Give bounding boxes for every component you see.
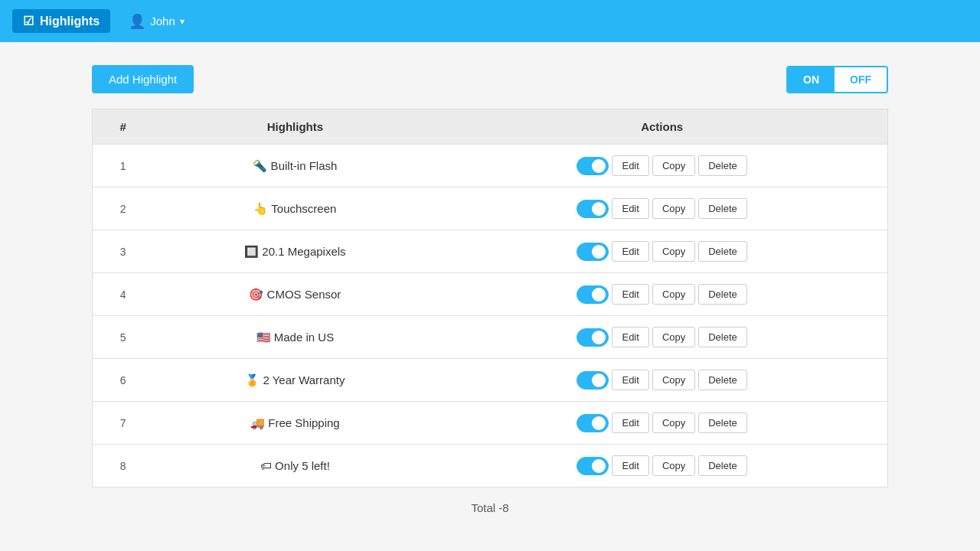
row-actions: EditCopyDelete xyxy=(436,145,887,187)
row-actions: EditCopyDelete xyxy=(436,187,887,230)
toggle-knob xyxy=(592,331,606,344)
table-row: 8🏷 Only 5 left!EditCopyDelete xyxy=(93,445,888,487)
delete-button[interactable]: Delete xyxy=(698,198,747,219)
row-actions: EditCopyDelete xyxy=(436,445,887,487)
edit-button[interactable]: Edit xyxy=(612,284,648,305)
edit-button[interactable]: Edit xyxy=(612,412,648,433)
toggle-switch[interactable] xyxy=(577,243,609,261)
person-icon: 👤 xyxy=(129,13,145,30)
row-number: 8 xyxy=(93,445,154,487)
toggle-knob xyxy=(592,202,606,216)
add-highlight-button[interactable]: Add Highlight xyxy=(92,65,194,93)
copy-button[interactable]: Copy xyxy=(652,412,695,433)
toggle-knob xyxy=(592,245,606,259)
row-highlight: 🏅 2 Year Warranty xyxy=(154,359,437,402)
row-number: 5 xyxy=(93,316,154,359)
main-content: Add Highlight ON OFF # Highlights Action… xyxy=(0,42,980,551)
user-name: John xyxy=(150,15,175,28)
app-header: ☑ Highlights 👤 John ▾ xyxy=(0,0,980,42)
row-highlight: 👆 Touchscreen xyxy=(154,187,437,230)
caret-down-icon: ▾ xyxy=(180,16,185,27)
copy-button[interactable]: Copy xyxy=(652,284,695,305)
col-number: # xyxy=(93,109,154,145)
copy-button[interactable]: Copy xyxy=(652,370,695,390)
row-number: 3 xyxy=(93,230,154,273)
total-row: Total -8 xyxy=(92,487,888,528)
row-highlight: 🏷 Only 5 left! xyxy=(154,445,437,487)
table-row: 3🔲 20.1 MegapixelsEditCopyDelete xyxy=(93,230,888,273)
action-group: EditCopyDelete xyxy=(444,198,880,219)
row-highlight: 🚚 Free Shipping xyxy=(154,402,437,445)
toggle-knob xyxy=(592,288,606,302)
user-menu[interactable]: 👤 John ▾ xyxy=(129,13,185,30)
toggle-switch[interactable] xyxy=(577,328,609,347)
action-group: EditCopyDelete xyxy=(444,455,880,476)
row-highlight: 🇺🇸 Made in US xyxy=(154,316,437,359)
delete-button[interactable]: Delete xyxy=(698,284,747,305)
copy-button[interactable]: Copy xyxy=(652,455,695,476)
row-number: 2 xyxy=(93,187,154,230)
check-icon: ☑ xyxy=(23,14,34,28)
row-actions: EditCopyDelete xyxy=(436,273,887,316)
row-actions: EditCopyDelete xyxy=(436,316,887,359)
toggle-switch[interactable] xyxy=(577,371,609,390)
edit-button[interactable]: Edit xyxy=(612,241,648,262)
row-number: 1 xyxy=(93,145,154,187)
delete-button[interactable]: Delete xyxy=(698,327,747,347)
action-group: EditCopyDelete xyxy=(444,370,880,390)
col-highlights: Highlights xyxy=(154,109,437,145)
table-row: 7🚚 Free ShippingEditCopyDelete xyxy=(93,402,888,445)
copy-button[interactable]: Copy xyxy=(652,241,695,262)
row-actions: EditCopyDelete xyxy=(436,359,887,402)
row-number: 6 xyxy=(93,359,154,402)
row-number: 4 xyxy=(93,273,154,316)
action-group: EditCopyDelete xyxy=(444,327,880,347)
copy-button[interactable]: Copy xyxy=(652,198,695,219)
toggle-knob xyxy=(592,373,606,387)
brand-logo[interactable]: ☑ Highlights xyxy=(12,9,110,33)
brand-label: Highlights xyxy=(40,15,100,28)
toggle-switch[interactable] xyxy=(577,157,609,175)
table-row: 4🎯 CMOS SensorEditCopyDelete xyxy=(93,273,888,316)
on-off-toggle: ON OFF xyxy=(786,66,888,93)
toggle-knob xyxy=(592,416,606,430)
toggle-knob xyxy=(592,159,606,173)
toggle-switch[interactable] xyxy=(577,414,609,432)
action-group: EditCopyDelete xyxy=(444,284,880,305)
edit-button[interactable]: Edit xyxy=(612,198,648,219)
row-highlight: 🔦 Built-in Flash xyxy=(154,145,437,187)
toggle-switch[interactable] xyxy=(577,457,609,475)
table-header-row: # Highlights Actions xyxy=(93,109,888,145)
toggle-switch[interactable] xyxy=(577,200,609,218)
action-group: EditCopyDelete xyxy=(444,412,880,433)
table-row: 1🔦 Built-in FlashEditCopyDelete xyxy=(93,145,888,187)
delete-button[interactable]: Delete xyxy=(698,412,747,433)
delete-button[interactable]: Delete xyxy=(698,455,747,476)
delete-button[interactable]: Delete xyxy=(698,155,747,176)
delete-button[interactable]: Delete xyxy=(698,241,747,262)
off-button[interactable]: OFF xyxy=(835,67,887,92)
copy-button[interactable]: Copy xyxy=(652,327,695,347)
row-actions: EditCopyDelete xyxy=(436,230,887,273)
table-row: 2👆 TouchscreenEditCopyDelete xyxy=(93,187,888,230)
row-highlight: 🔲 20.1 Megapixels xyxy=(154,230,437,273)
action-group: EditCopyDelete xyxy=(444,241,880,262)
table-row: 5🇺🇸 Made in USEditCopyDelete xyxy=(93,316,888,359)
edit-button[interactable]: Edit xyxy=(612,155,648,176)
toggle-switch[interactable] xyxy=(577,285,609,304)
highlights-table: # Highlights Actions 1🔦 Built-in FlashEd… xyxy=(92,109,888,487)
edit-button[interactable]: Edit xyxy=(612,455,648,476)
edit-button[interactable]: Edit xyxy=(612,327,648,347)
row-highlight: 🎯 CMOS Sensor xyxy=(154,273,437,316)
toolbar: Add Highlight ON OFF xyxy=(92,65,888,93)
on-button[interactable]: ON xyxy=(788,67,835,92)
copy-button[interactable]: Copy xyxy=(652,155,695,176)
toggle-knob xyxy=(592,459,606,473)
table-row: 6🏅 2 Year WarrantyEditCopyDelete xyxy=(93,359,888,402)
col-actions: Actions xyxy=(436,109,887,145)
row-actions: EditCopyDelete xyxy=(436,402,887,445)
delete-button[interactable]: Delete xyxy=(698,370,747,390)
row-number: 7 xyxy=(93,402,154,445)
action-group: EditCopyDelete xyxy=(444,155,880,176)
edit-button[interactable]: Edit xyxy=(612,370,648,390)
